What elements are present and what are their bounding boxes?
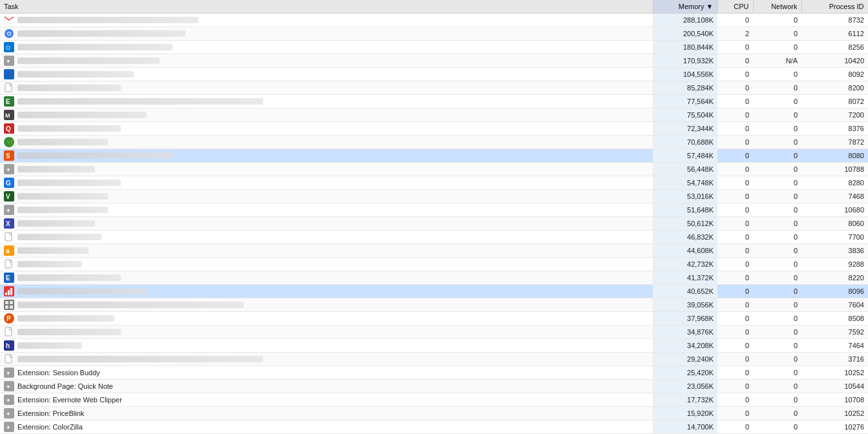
task-cell: M [0,108,653,122]
svg-text:✦: ✦ [6,384,11,390]
task-name-blurred [17,98,263,105]
memory-cell: 200,540K [653,27,717,41]
task-name-blurred [17,302,244,308]
pid-cell: 7468 [801,190,868,203]
pid-label: Process ID [829,3,864,10]
table-row[interactable]: E41,372K008220 [0,271,868,285]
cpu-column-header[interactable]: CPU [717,0,753,14]
svg-rect-9 [5,83,12,92]
pid-cell: 8220 [801,271,868,285]
task-manager-table: Task Memory ▼ CPU Network Process ID 288… [0,0,868,434]
table-row[interactable]: V53,016K007468 [0,190,868,203]
task-cell [0,298,653,312]
table-row[interactable]: ✦Background Page: Quick Note23,056K00105… [0,380,868,393]
table-row[interactable]: 29,240K003716 [0,353,868,366]
table-row[interactable]: 288,108K008732 [0,14,868,27]
svg-rect-41 [5,301,8,304]
memory-column-header[interactable]: Memory ▼ [653,0,717,14]
memory-cell: 25,420K [653,366,717,380]
network-cell: 0 [753,407,801,420]
table-row[interactable]: 85,284K008200 [0,81,868,95]
cpu-cell: 0 [717,339,753,353]
table-row[interactable]: 104,556K008092 [0,68,868,81]
task-icon: ✦ [4,205,14,215]
table-row[interactable]: M75,504K007200 [0,108,868,122]
memory-cell: 41,372K [653,271,717,285]
cpu-cell: 0 [717,326,753,339]
task-name-blurred [17,85,121,91]
table-row[interactable]: ✦56,448K0010788 [0,163,868,176]
task-name-blurred [17,356,263,362]
task-name-text: Extension: PriceBlink [17,409,84,417]
table-row[interactable]: G54,748K008280 [0,176,868,190]
svg-rect-38 [8,290,10,295]
pid-column-header[interactable]: Process ID [801,0,868,14]
pid-cell: 7700 [801,231,868,244]
svg-text:h: h [6,342,10,349]
table-row[interactable]: 42,732K009288 [0,258,868,271]
svg-text:✦: ✦ [6,397,11,404]
pid-cell: 8080 [801,149,868,163]
table-row[interactable]: ✦Extension: Evernote Web Clipper17,732K0… [0,393,868,407]
network-cell: 0 [753,122,801,136]
task-column-header[interactable]: Task [0,0,653,14]
table-row[interactable]: 46,832K007700 [0,231,868,244]
cpu-cell: 0 [717,68,753,81]
svg-text:P: P [6,315,11,322]
task-icon: M [4,110,14,120]
table-row[interactable]: a44,608K003836 [0,244,868,258]
table-row[interactable]: 200,540K206112 [0,27,868,41]
table-row[interactable]: ✦51,648K0010680 [0,203,868,217]
network-cell: 0 [753,203,801,217]
task-icon: X [4,218,14,229]
svg-text:✦: ✦ [6,370,11,377]
pid-cell: 8072 [801,95,868,108]
memory-label: Memory [679,3,704,10]
table-row[interactable]: ✦Extension: Session Buddy25,420K0010252 [0,366,868,380]
task-cell: h [0,339,653,353]
network-column-header[interactable]: Network [753,0,801,14]
task-icon [4,28,14,39]
cpu-cell: 0 [717,41,753,54]
network-cell: 0 [753,68,801,81]
table-row[interactable]: ✦170,932K0N/A10420 [0,54,868,68]
task-cell: V [0,190,653,203]
task-icon [4,286,14,296]
table-row[interactable]: ✦Extension: PriceBlink15,920K0010252 [0,407,868,420]
network-cell: 0 [753,231,801,244]
memory-cell: 180,844K [653,41,717,54]
table-row[interactable]: P37,968K008508 [0,312,868,326]
memory-cell: 57,484K [653,149,717,163]
table-row[interactable]: 34,876K007592 [0,326,868,339]
memory-cell: 72,344K [653,122,717,136]
table-row[interactable]: h34,208K007464 [0,339,868,353]
table-row[interactable]: O180,844K008256 [0,41,868,54]
table-row[interactable]: X50,612K008060 [0,217,868,231]
memory-cell: 15,920K [653,407,717,420]
pid-cell: 8092 [801,68,868,81]
table-row[interactable]: E77,564K008072 [0,95,868,108]
network-cell: 0 [753,353,801,366]
pid-cell: 8096 [801,285,868,298]
cpu-cell: 0 [717,95,753,108]
table-row[interactable]: S57,484K008080 [0,149,868,163]
task-name-blurred [17,17,198,23]
svg-text:Q: Q [6,125,11,132]
cpu-cell: 0 [717,176,753,190]
task-name-blurred [17,57,160,64]
network-cell: 0 [753,41,801,54]
svg-rect-44 [10,305,13,309]
task-icon: O [4,42,14,52]
table-row[interactable]: 🌿70,688K007872 [0,136,868,149]
svg-text:G: G [6,180,11,187]
network-label: Network [771,3,797,10]
table-row[interactable]: 39,056K007604 [0,298,868,312]
network-cell: 0 [753,217,801,231]
table-row[interactable]: 40,652K008096 [0,285,868,298]
table-row[interactable]: ✦Extension: ColorZilla14,700K0010276 [0,420,868,434]
task-name-blurred [17,342,82,349]
memory-cell: 37,968K [653,312,717,326]
table-row[interactable]: Q72,344K008376 [0,122,868,136]
task-icon: ✦ [4,367,14,378]
task-name-blurred [17,329,121,335]
